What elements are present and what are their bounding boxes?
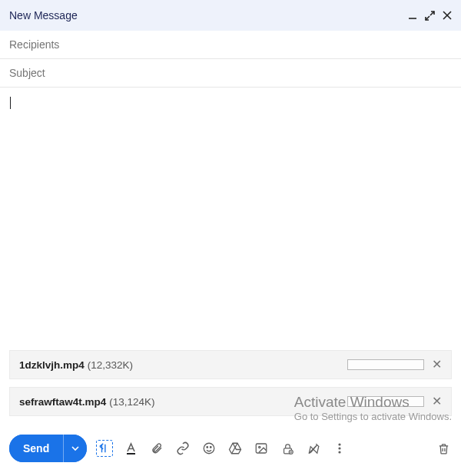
attachment-filename: sefrawftaw4t.mp4 — [19, 396, 106, 408]
recipients-input[interactable] — [9, 38, 452, 51]
svg-rect-7 — [256, 444, 267, 453]
svg-point-6 — [211, 447, 212, 448]
text-format-icon[interactable] — [122, 440, 139, 457]
svg-point-13 — [339, 451, 341, 453]
expand-icon[interactable] — [425, 11, 435, 21]
upload-progress-bar — [347, 359, 424, 370]
subject-input[interactable] — [9, 67, 452, 79]
remove-attachment-icon[interactable]: ✕ — [432, 395, 442, 408]
compose-titlebar: New Message — [0, 0, 461, 31]
remove-attachment-icon[interactable]: ✕ — [432, 359, 442, 371]
insert-photo-icon[interactable] — [253, 440, 270, 457]
undo-format-icon[interactable] — [96, 440, 113, 457]
send-more-button[interactable] — [63, 435, 87, 462]
window-controls — [408, 11, 452, 21]
upload-progress-bar — [347, 396, 424, 407]
send-button[interactable]: Send — [9, 435, 63, 462]
confidential-mode-icon[interactable] — [279, 440, 296, 457]
message-body[interactable] — [0, 88, 461, 350]
more-options-icon[interactable] — [331, 440, 348, 457]
attachment-filename: 1dzklvjh.mp4 — [19, 359, 85, 371]
svg-point-11 — [339, 443, 341, 445]
attach-file-icon[interactable] — [148, 440, 165, 457]
attachments-list: 1dzklvjh.mp4 (12,332K) ✕ sefrawftaw4t.mp… — [0, 350, 461, 424]
attachment-filesize: (13,124K) — [109, 396, 154, 408]
attachment-filesize: (12,332K) — [88, 359, 133, 371]
svg-point-4 — [204, 443, 214, 454]
text-cursor — [10, 97, 11, 109]
discard-draft-icon[interactable] — [435, 440, 452, 457]
minimize-icon[interactable] — [408, 11, 417, 20]
insert-emoji-icon[interactable] — [201, 440, 217, 457]
send-button-group: Send — [9, 435, 87, 462]
recipients-row — [0, 31, 461, 59]
insert-link-icon[interactable] — [174, 440, 191, 457]
svg-point-8 — [259, 446, 260, 448]
window-title: New Message — [9, 9, 78, 21]
insert-drive-icon[interactable] — [227, 440, 244, 457]
chevron-down-icon — [71, 445, 79, 452]
subject-row — [0, 59, 461, 88]
close-icon[interactable] — [443, 11, 452, 20]
insert-signature-icon[interactable] — [305, 440, 322, 457]
svg-point-12 — [339, 447, 341, 449]
attachment-item: 1dzklvjh.mp4 (12,332K) ✕ — [9, 350, 452, 379]
compose-toolbar: Send — [0, 424, 461, 476]
svg-point-5 — [207, 447, 208, 448]
attachment-item: sefrawftaw4t.mp4 (13,124K) ✕ — [9, 387, 452, 416]
